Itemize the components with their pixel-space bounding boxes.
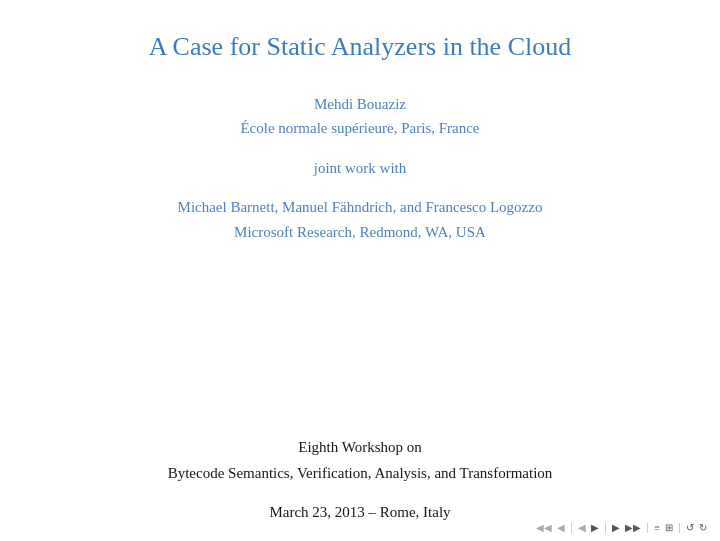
nav-prev-icon[interactable]: ◀ xyxy=(556,523,566,533)
collaborators-block: Michael Barnett, Manuel Fähndrich, and F… xyxy=(178,195,543,246)
nav-separator-2 xyxy=(605,523,606,533)
author-name: Mehdi Bouaziz xyxy=(240,92,479,116)
workshop-name: Eighth Workshop on xyxy=(168,435,553,461)
nav-grid-icon[interactable]: ⊞ xyxy=(664,523,674,533)
nav-bar: ◀◀ ◀ ◀ ▶ ▶ ▶▶ ≡ ⊞ ↺ ↻ xyxy=(535,523,708,533)
nav-next-icon[interactable]: ▶ xyxy=(611,523,621,533)
nav-redo-icon[interactable]: ↻ xyxy=(698,523,708,533)
nav-last-icon[interactable]: ▶▶ xyxy=(624,523,642,533)
nav-prev-frame-icon[interactable]: ◀ xyxy=(577,523,587,533)
workshop-block: Eighth Workshop on Bytecode Semantics, V… xyxy=(168,435,553,486)
workshop-fullname: Bytecode Semantics, Verification, Analys… xyxy=(168,461,553,487)
nav-next-frame-icon[interactable]: ▶ xyxy=(590,523,600,533)
joint-work-label: joint work with xyxy=(314,160,407,177)
author-affiliation: École normale supérieure, Paris, France xyxy=(240,116,479,140)
slide-container: A Case for Static Analyzers in the Cloud… xyxy=(0,0,720,541)
collaborators-names: Michael Barnett, Manuel Fähndrich, and F… xyxy=(178,195,543,221)
nav-first-icon[interactable]: ◀◀ xyxy=(535,523,553,533)
nav-menu-icon[interactable]: ≡ xyxy=(653,523,661,533)
collaborators-affiliation: Microsoft Research, Redmond, WA, USA xyxy=(178,220,543,246)
nav-separator-3 xyxy=(647,523,648,533)
author-block: Mehdi Bouaziz École normale supérieure, … xyxy=(240,92,479,140)
slide-title: A Case for Static Analyzers in the Cloud xyxy=(149,30,571,64)
nav-separator-4 xyxy=(679,523,680,533)
date-location: March 23, 2013 – Rome, Italy xyxy=(269,504,450,521)
nav-undo-icon[interactable]: ↺ xyxy=(685,523,695,533)
nav-separator-1 xyxy=(571,523,572,533)
